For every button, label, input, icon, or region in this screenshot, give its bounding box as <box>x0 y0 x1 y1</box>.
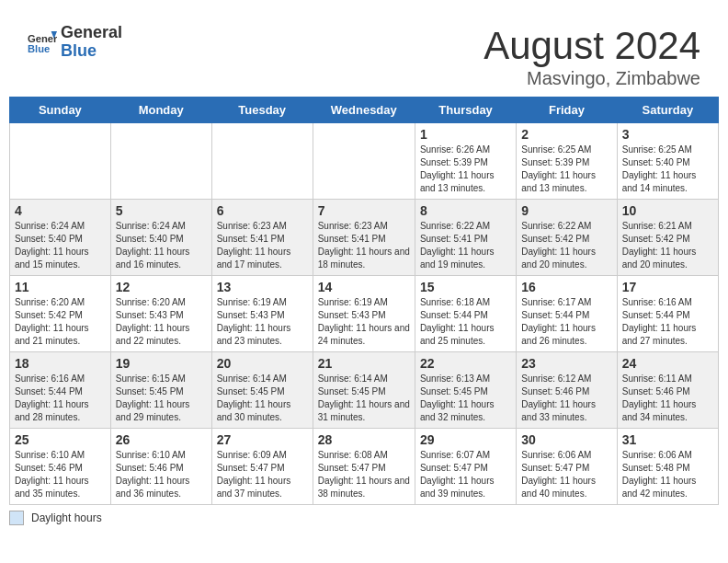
day-number: 19 <box>116 356 207 371</box>
table-row: 22Sunrise: 6:13 AMSunset: 5:45 PMDayligh… <box>415 352 516 429</box>
daylight-legend-label: Daylight hours <box>31 511 102 524</box>
location: Masvingo, Zimbabwe <box>483 68 700 89</box>
cell-info: Sunrise: 6:26 AMSunset: 5:39 PMDaylight:… <box>420 144 511 195</box>
table-row: 8Sunrise: 6:22 AMSunset: 5:41 PMDaylight… <box>415 200 516 276</box>
table-row: 18Sunrise: 6:16 AMSunset: 5:44 PMDayligh… <box>10 352 111 429</box>
table-row: 31Sunrise: 6:06 AMSunset: 5:48 PMDayligh… <box>617 429 718 505</box>
calendar-week-row: 4Sunrise: 6:24 AMSunset: 5:40 PMDaylight… <box>10 200 719 276</box>
table-row: 11Sunrise: 6:20 AMSunset: 5:42 PMDayligh… <box>10 276 111 352</box>
cell-info: Sunrise: 6:19 AMSunset: 5:43 PMDaylight:… <box>217 296 308 348</box>
day-number: 4 <box>15 203 106 218</box>
table-row: 21Sunrise: 6:14 AMSunset: 5:45 PMDayligh… <box>313 352 415 429</box>
day-number: 25 <box>15 432 106 447</box>
header-saturday: Saturday <box>617 98 718 123</box>
cell-info: Sunrise: 6:18 AMSunset: 5:44 PMDaylight:… <box>420 296 511 348</box>
day-number: 21 <box>318 356 410 371</box>
day-number: 3 <box>622 127 713 142</box>
table-row: 29Sunrise: 6:07 AMSunset: 5:47 PMDayligh… <box>415 429 516 505</box>
calendar-week-row: 18Sunrise: 6:16 AMSunset: 5:44 PMDayligh… <box>10 352 719 429</box>
table-row: 26Sunrise: 6:10 AMSunset: 5:46 PMDayligh… <box>110 429 211 505</box>
table-row <box>10 123 111 200</box>
day-number: 10 <box>622 203 713 218</box>
table-row: 1Sunrise: 6:26 AMSunset: 5:39 PMDaylight… <box>415 123 516 200</box>
cell-info: Sunrise: 6:25 AMSunset: 5:40 PMDaylight:… <box>622 144 713 195</box>
cell-info: Sunrise: 6:22 AMSunset: 5:42 PMDaylight:… <box>521 220 611 271</box>
day-number: 22 <box>420 356 511 371</box>
day-number: 2 <box>521 127 611 142</box>
day-number: 15 <box>420 280 511 294</box>
header-friday: Friday <box>517 98 617 123</box>
day-number: 9 <box>521 203 611 218</box>
month-year: August 2024 <box>483 24 700 68</box>
cell-info: Sunrise: 6:14 AMSunset: 5:45 PMDaylight:… <box>217 373 308 424</box>
table-row: 4Sunrise: 6:24 AMSunset: 5:40 PMDaylight… <box>10 200 111 276</box>
header-thursday: Thursday <box>415 98 516 123</box>
day-number: 12 <box>116 280 207 294</box>
day-number: 14 <box>318 280 410 294</box>
calendar-table: Sunday Monday Tuesday Wednesday Thursday… <box>9 97 719 505</box>
cell-info: Sunrise: 6:20 AMSunset: 5:43 PMDaylight:… <box>116 296 207 348</box>
cell-info: Sunrise: 6:25 AMSunset: 5:39 PMDaylight:… <box>521 144 611 195</box>
cell-info: Sunrise: 6:17 AMSunset: 5:44 PMDaylight:… <box>521 296 611 348</box>
cell-info: Sunrise: 6:06 AMSunset: 5:48 PMDaylight:… <box>622 449 713 500</box>
day-number: 20 <box>217 356 308 371</box>
cell-info: Sunrise: 6:22 AMSunset: 5:41 PMDaylight:… <box>420 220 511 271</box>
day-number: 7 <box>318 203 410 218</box>
day-number: 27 <box>217 432 308 447</box>
logo: General Blue General Blue <box>28 24 122 61</box>
table-row: 25Sunrise: 6:10 AMSunset: 5:46 PMDayligh… <box>10 429 111 505</box>
table-row: 20Sunrise: 6:14 AMSunset: 5:45 PMDayligh… <box>211 352 313 429</box>
cell-info: Sunrise: 6:11 AMSunset: 5:46 PMDaylight:… <box>622 373 713 424</box>
table-row: 16Sunrise: 6:17 AMSunset: 5:44 PMDayligh… <box>517 276 617 352</box>
table-row: 10Sunrise: 6:21 AMSunset: 5:42 PMDayligh… <box>617 200 718 276</box>
day-number: 29 <box>420 432 511 447</box>
calendar-week-row: 11Sunrise: 6:20 AMSunset: 5:42 PMDayligh… <box>10 276 719 352</box>
calendar-week-row: 1Sunrise: 6:26 AMSunset: 5:39 PMDaylight… <box>10 123 719 200</box>
table-row: 9Sunrise: 6:22 AMSunset: 5:42 PMDaylight… <box>517 200 617 276</box>
day-number: 26 <box>116 432 207 447</box>
table-row: 13Sunrise: 6:19 AMSunset: 5:43 PMDayligh… <box>211 276 313 352</box>
table-row: 6Sunrise: 6:23 AMSunset: 5:41 PMDaylight… <box>211 200 313 276</box>
table-row: 27Sunrise: 6:09 AMSunset: 5:47 PMDayligh… <box>211 429 313 505</box>
title-block: August 2024 Masvingo, Zimbabwe <box>483 24 700 89</box>
day-number: 1 <box>420 127 511 142</box>
daylight-legend-icon <box>9 511 24 525</box>
cell-info: Sunrise: 6:08 AMSunset: 5:47 PMDaylight:… <box>318 449 410 500</box>
day-number: 31 <box>622 432 713 447</box>
calendar-week-row: 25Sunrise: 6:10 AMSunset: 5:46 PMDayligh… <box>10 429 719 505</box>
table-row: 2Sunrise: 6:25 AMSunset: 5:39 PMDaylight… <box>517 123 617 200</box>
logo-icon: General Blue <box>28 28 57 57</box>
cell-info: Sunrise: 6:13 AMSunset: 5:45 PMDaylight:… <box>420 373 511 424</box>
header-tuesday: Tuesday <box>211 98 313 123</box>
day-number: 18 <box>15 356 106 371</box>
cell-info: Sunrise: 6:16 AMSunset: 5:44 PMDaylight:… <box>15 373 106 424</box>
table-row <box>313 123 415 200</box>
day-number: 6 <box>217 203 308 218</box>
cell-info: Sunrise: 6:24 AMSunset: 5:40 PMDaylight:… <box>116 220 207 271</box>
table-row: 24Sunrise: 6:11 AMSunset: 5:46 PMDayligh… <box>617 352 718 429</box>
table-row: 28Sunrise: 6:08 AMSunset: 5:47 PMDayligh… <box>313 429 415 505</box>
header-sunday: Sunday <box>10 98 111 123</box>
day-number: 11 <box>15 280 106 294</box>
cell-info: Sunrise: 6:23 AMSunset: 5:41 PMDaylight:… <box>217 220 308 271</box>
cell-info: Sunrise: 6:19 AMSunset: 5:43 PMDaylight:… <box>318 296 410 348</box>
table-row: 7Sunrise: 6:23 AMSunset: 5:41 PMDaylight… <box>313 200 415 276</box>
table-row: 3Sunrise: 6:25 AMSunset: 5:40 PMDaylight… <box>617 123 718 200</box>
table-row <box>211 123 313 200</box>
day-number: 30 <box>521 432 611 447</box>
table-row <box>110 123 211 200</box>
table-row: 17Sunrise: 6:16 AMSunset: 5:44 PMDayligh… <box>617 276 718 352</box>
cell-info: Sunrise: 6:23 AMSunset: 5:41 PMDaylight:… <box>318 220 410 271</box>
day-number: 23 <box>521 356 611 371</box>
cell-info: Sunrise: 6:14 AMSunset: 5:45 PMDaylight:… <box>318 373 410 424</box>
cell-info: Sunrise: 6:06 AMSunset: 5:47 PMDaylight:… <box>521 449 611 500</box>
table-row: 15Sunrise: 6:18 AMSunset: 5:44 PMDayligh… <box>415 276 516 352</box>
cell-info: Sunrise: 6:16 AMSunset: 5:44 PMDaylight:… <box>622 296 713 348</box>
cell-info: Sunrise: 6:09 AMSunset: 5:47 PMDaylight:… <box>217 449 308 500</box>
calendar-header-row: Sunday Monday Tuesday Wednesday Thursday… <box>10 98 719 123</box>
logo-general-text: General <box>61 24 122 42</box>
cell-info: Sunrise: 6:12 AMSunset: 5:46 PMDaylight:… <box>521 373 611 424</box>
header-monday: Monday <box>110 98 211 123</box>
table-row: 23Sunrise: 6:12 AMSunset: 5:46 PMDayligh… <box>517 352 617 429</box>
day-number: 28 <box>318 432 410 447</box>
